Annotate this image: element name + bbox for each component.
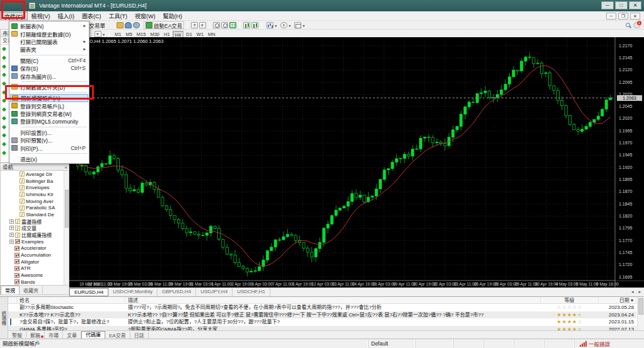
timeframe-M5[interactable]: M5 [124, 31, 134, 38]
timeframe-H4[interactable]: H4 [173, 31, 184, 38]
navigator-item-ParabolicSA[interactable]: fParabolic SA [1, 204, 65, 211]
navigator-item-IchimokuKir[interactable]: fIchimoku Kir [1, 191, 65, 198]
chart-tab-USDCHFMonthly[interactable]: USDCHF,Monthly [108, 288, 158, 296]
ea-trading-button[interactable]: 啟動EA交易 [144, 21, 184, 29]
navigator-item-[interactable]: +f成交量 [1, 225, 65, 232]
tile-windows-icon[interactable] [229, 22, 236, 28]
row-rating[interactable]: ★★★★★ [541, 311, 599, 319]
navigator-item-ATR[interactable]: ATR [1, 265, 65, 272]
connection-status[interactable]: 一般錯誤 [575, 339, 644, 348]
search-icon[interactable] [625, 22, 632, 28]
child-restore-button[interactable]: ❐ [618, 13, 628, 20]
navigator-item-Accumulation[interactable]: Accumulation [1, 252, 65, 258]
table-row[interactable]: 副??示多周期Stochastic描???可?，?示周期同?。免去不同周期切?查… [8, 304, 636, 311]
expand-icon[interactable]: + [9, 240, 14, 244]
zoom-in-icon[interactable] [213, 22, 220, 28]
file-menu-item-打開離線歷史數據O[interactable]: 打開離線歷史數據(O) [10, 30, 88, 37]
timeframe-W1[interactable]: W1 [195, 31, 205, 38]
close-icon[interactable]: × [64, 164, 67, 171]
navigator-item-Accelerator[interactable]: Accelerator [1, 245, 65, 252]
terminal-tab-市場[interactable]: 市場 [45, 332, 63, 339]
navigator-item-[interactable]: +f比爾威廉指標 [1, 231, 65, 238]
file-menu-item-退出x[interactable]: 退出(x) [10, 155, 88, 163]
navigator-tab-收藏夾[interactable]: 收藏夾 [20, 286, 43, 294]
file-menu-item-打開已關閉圖表[interactable]: 打開已關閉圖表▸ [10, 38, 88, 45]
navigator-item-Envelopes[interactable]: fEnvelopes [1, 184, 65, 191]
expand-icon[interactable]: + [9, 219, 14, 224]
menubar-item-V[interactable]: 檢視(V) [28, 12, 54, 20]
web-terminal-icon[interactable] [133, 22, 140, 28]
file-menu-item-列印預覽v[interactable]: 列印預覽(v)... [10, 136, 88, 144]
chart-tab-USDJPYH4[interactable]: USDJPY,H4 [196, 288, 233, 296]
status-profile[interactable]: Default [369, 339, 416, 348]
terminal-tab-文章[interactable]: 文章 [63, 332, 81, 339]
indicators-dropdown[interactable]: ▾ [265, 21, 278, 29]
close-button[interactable]: ✕ [629, 1, 641, 9]
file-menu-item-登錄到MQL5community[interactable]: 登錄到MQL5.community [10, 117, 88, 125]
terminal-tab-代碼庫[interactable]: 代碼庫 [81, 331, 105, 339]
chart-tab-EURUSDH4[interactable]: EURUSD,H4 [69, 288, 108, 296]
menubar-item-I[interactable]: 插入(I) [54, 12, 79, 20]
templates-dropdown[interactable]: ▾ [293, 21, 306, 29]
crosshair-icon[interactable] [191, 22, 198, 28]
cursor-icon[interactable] [199, 22, 206, 28]
terminal-tab-警報[interactable]: 警報 [8, 332, 26, 339]
col-date[interactable]: 日期 ▾ [599, 297, 636, 303]
file-menu-item-列印設置r[interactable]: 列印設置(r)... [10, 129, 88, 136]
timeframe-MN[interactable]: MN [206, 31, 217, 38]
expand-icon[interactable]: + [9, 233, 14, 237]
file-menu-item-保存為圖片i[interactable]: 保存為圖片(i)... [10, 72, 88, 79]
tab-scroll-arrows[interactable]: ◂ ▸ [631, 289, 643, 294]
chart-tab-USDCHFH1[interactable]: USDCHF,H1 [233, 288, 270, 296]
menubar-item-W[interactable]: 視窗(W) [131, 12, 159, 20]
menubar-item-T[interactable]: 工具(T) [105, 12, 132, 20]
auto-scroll-icon[interactable] [243, 22, 250, 28]
navigator-tab-常規[interactable]: 常規 [1, 286, 20, 294]
file-menu-item-登錄到網頁交易者W[interactable]: 登錄到網頁交易者(W) [10, 110, 88, 117]
zoom-out-icon[interactable] [221, 22, 228, 28]
navigator-item-[interactable]: +f震盪指標 [1, 218, 65, 225]
minimize-button[interactable]: ─ [601, 1, 614, 9]
navigator-scrollbar[interactable] [64, 171, 69, 286]
table-row[interactable]: ?金交易自?踩?，批量下?，批量修改止?提供止?和止盈，?位的配置，?人主要是用… [8, 318, 636, 326]
notifications-icon[interactable]: 1 [633, 22, 640, 28]
navigator-item-Alligator[interactable]: Alligator [1, 258, 65, 265]
chart-shift-icon[interactable] [251, 22, 258, 28]
child-close-button[interactable]: ✕ [630, 13, 640, 20]
terminal-tab-日誌[interactable]: 日誌 [130, 332, 149, 339]
market-icon[interactable] [117, 22, 124, 28]
row-rating[interactable]: ☆☆☆☆☆ [541, 304, 599, 311]
file-menu-item-登錄到交易帳戶L[interactable]: 登錄到交易帳戶(L) [10, 102, 88, 110]
timeframe-M30[interactable]: M30 [148, 31, 161, 38]
expand-icon[interactable]: + [9, 226, 14, 230]
chart-tab-GBPUSDH4[interactable]: GBPUSD,H4 [158, 288, 196, 296]
navigator-item-StandardDe[interactable]: fStandard De [1, 211, 65, 218]
navigator-item-MovingAver[interactable]: fMoving Aver [1, 198, 65, 205]
navigator-item-AverageDir[interactable]: fAverage Dir [1, 171, 65, 178]
periods-dropdown[interactable]: ▾ [279, 21, 292, 29]
navigator-item-Examples[interactable]: +Examples [1, 238, 65, 245]
community-icon[interactable] [125, 22, 132, 28]
navigator-item-BollingerBa[interactable]: fBollinger Ba [1, 178, 65, 185]
timeframe-M15[interactable]: M15 [135, 31, 148, 38]
menubar-item-H[interactable]: 幫助(H) [159, 12, 187, 20]
child-minimize-button[interactable]: ─ [606, 13, 616, 20]
terminal-vertical-title[interactable]: 終端機 [0, 297, 8, 339]
file-menu-item-保存S[interactable]: 保存(S)Ctrl+S [10, 64, 88, 72]
terminal-tab-郵箱[interactable]: 郵箱 [26, 332, 45, 339]
file-menu-item-列印P[interactable]: 列印(P)...Ctrl+P [10, 144, 88, 151]
menubar-item-C[interactable]: 圖表(C) [78, 12, 105, 20]
chart-area[interactable]: 19 Mar 202122 Mar 11:0023 Mar 19:0025 Ma… [69, 37, 644, 287]
maximize-button[interactable]: □ [615, 1, 628, 9]
timeframe-M1[interactable]: M1 [113, 31, 123, 38]
terminal-tab-EA交易[interactable]: EA交易 [105, 332, 130, 339]
file-menu-item-新圖表N[interactable]: 新圖表(N)▸ [10, 22, 88, 30]
timeframe-D1[interactable]: D1 [184, 31, 194, 38]
table-row[interactable]: K??示本地?? K??示北京??K??示本地?? ?自??算??楚 但如果出差… [8, 311, 636, 319]
timeframe-H1[interactable]: H1 [162, 31, 172, 38]
row-rating[interactable]: ★★★★☆ [541, 318, 599, 326]
file-menu-item-圖表夾[interactable]: 圖表夾▸ [10, 45, 88, 53]
navigator-item-Awesome[interactable]: Awesome [1, 272, 65, 279]
file-menu-item-關閉C[interactable]: 關閉(C)Ctrl+F4 [10, 57, 88, 64]
terminal-scrollbar[interactable] [637, 297, 644, 334]
